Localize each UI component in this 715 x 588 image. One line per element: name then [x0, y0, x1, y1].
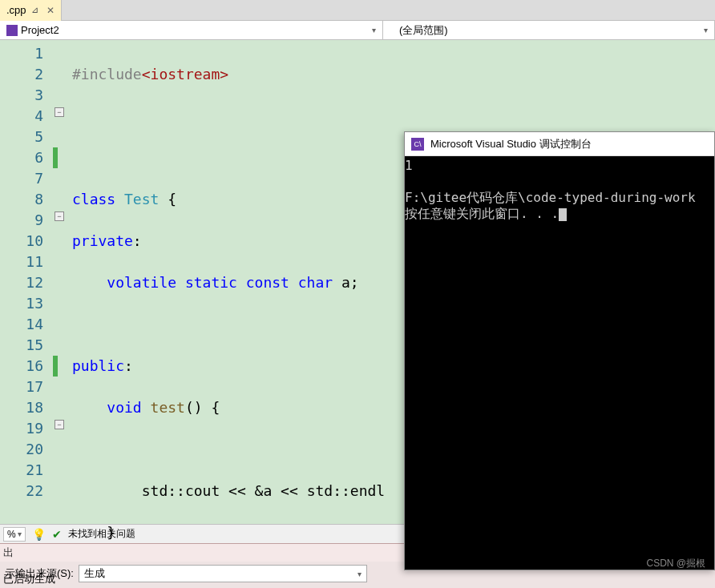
file-tab-label: .cpp: [6, 4, 26, 16]
fold-toggle[interactable]: −: [55, 211, 64, 221]
file-tab[interactable]: .cpp ⊿ ✕: [0, 0, 62, 21]
project-name: Project2: [21, 24, 59, 36]
pin-icon[interactable]: ⊿: [31, 5, 38, 15]
project-dropdown[interactable]: Project2 ▾: [0, 21, 383, 39]
vs-icon: C\: [411, 138, 424, 151]
navigation-dropdowns: Project2 ▾ (全局范围) ▾: [0, 21, 715, 40]
debug-console-window[interactable]: C\ Microsoft Visual Studio 调试控制台 1 F:\gi…: [404, 131, 715, 570]
fold-toggle[interactable]: −: [55, 107, 64, 117]
console-title: Microsoft Visual Studio 调试控制台: [430, 137, 592, 151]
tab-bar: .cpp ⊿ ✕: [0, 0, 715, 21]
code-margin: − − −: [53, 40, 72, 524]
cursor: [559, 208, 567, 221]
watermark: CSDN @掘根: [646, 557, 705, 570]
fold-toggle[interactable]: −: [55, 420, 64, 429]
chevron-down-icon: ▾: [704, 26, 708, 34]
ok-icon: ✔: [52, 528, 62, 541]
scope-dropdown[interactable]: (全局范围) ▾: [383, 21, 715, 39]
chevron-down-icon: ▾: [372, 26, 376, 34]
lightbulb-icon[interactable]: 💡: [32, 528, 46, 541]
scope-label: (全局范围): [399, 23, 448, 38]
close-tab-icon[interactable]: ✕: [43, 5, 58, 16]
zoom-level[interactable]: % ▾: [3, 527, 26, 542]
console-titlebar[interactable]: C\ Microsoft Visual Studio 调试控制台: [405, 132, 714, 156]
change-marker: [53, 147, 58, 168]
console-output: 1 F:\gitee代码仓库\code-typed-during-work 按任…: [405, 156, 714, 222]
output-status: 已启动生成: [0, 570, 59, 588]
change-marker: [53, 356, 58, 377]
line-number-gutter: 123 456 789 101112 131415 161718 192021 …: [0, 40, 53, 524]
project-icon: [6, 25, 18, 36]
